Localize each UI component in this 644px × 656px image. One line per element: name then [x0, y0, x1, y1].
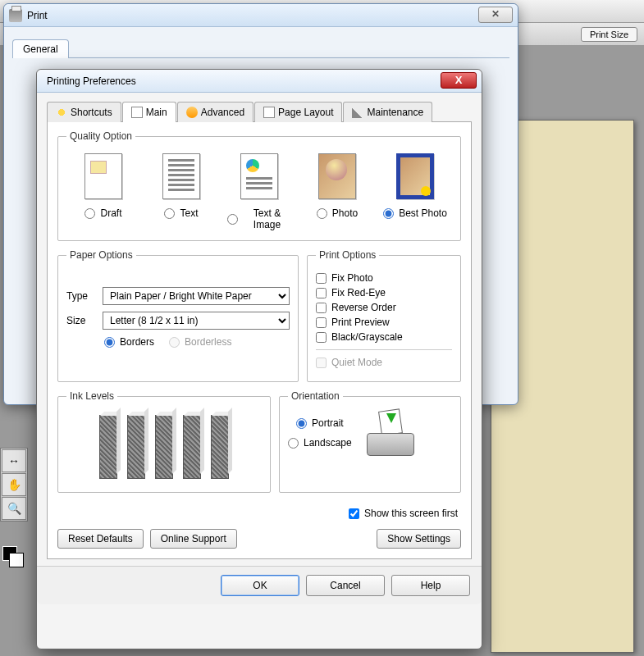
print-preview-checkbox[interactable] [316, 317, 327, 328]
quality-photo[interactable]: Photo [305, 153, 369, 230]
ink-bar [183, 415, 201, 479]
quality-text[interactable]: Text [149, 153, 213, 230]
quality-radio-best-photo[interactable] [383, 208, 394, 219]
photo-thumb-icon [318, 153, 356, 199]
quality-option-group: Quality Option Draft Text Text & Image [57, 130, 461, 241]
reverse-order-label: Reverse Order [331, 302, 396, 313]
print-options-group: Print Options Fix Photo Fix Red-Eye Reve… [307, 249, 461, 382]
quality-label: Draft [100, 207, 121, 219]
quality-draft[interactable]: Draft [71, 153, 135, 230]
tab-label: Maintenance [367, 107, 423, 118]
cancel-button[interactable]: Cancel [306, 575, 385, 596]
layout-icon [263, 107, 275, 118]
print-dialog-titlebar[interactable]: Print ✕ [4, 4, 518, 27]
quality-label: Photo [332, 207, 358, 219]
show-first-label: Show this screen first [364, 508, 458, 519]
online-support-button[interactable]: Online Support [150, 529, 237, 549]
ok-button[interactable]: OK [221, 575, 299, 596]
ink-levels-group: Ink Levels [57, 390, 271, 493]
tab-label: Main [146, 107, 167, 118]
orientation-legend: Orientation [288, 390, 343, 402]
portrait-label: Portrait [312, 417, 344, 429]
paper-size-label: Size [66, 315, 96, 326]
fix-redeye-label: Fix Red-Eye [331, 287, 386, 298]
paper-legend: Paper Options [66, 249, 136, 261]
tab-label: Shortcuts [71, 107, 112, 118]
paper-options-group: Paper Options Type Plain Paper / Bright … [57, 249, 299, 382]
best-photo-thumb-icon [396, 153, 434, 199]
portrait-radio[interactable] [296, 418, 307, 429]
quality-radio-draft[interactable] [84, 208, 95, 219]
orientation-group: Orientation Portrait Landscape [279, 390, 461, 493]
ink-bar [155, 415, 173, 479]
tab-advanced[interactable]: Advanced [177, 102, 253, 122]
quality-text-image[interactable]: Text & Image [227, 153, 291, 230]
text-image-thumb-icon [240, 153, 278, 199]
move-tool-icon[interactable]: ↔ [2, 449, 26, 472]
print-tabstrip: General [12, 39, 509, 58]
reset-defaults-button[interactable]: Reset Defaults [57, 529, 144, 549]
help-button[interactable]: Help [391, 575, 470, 596]
reverse-order-checkbox[interactable] [316, 303, 327, 313]
hand-tool-icon[interactable]: ✋ [2, 473, 26, 496]
borderless-radio [169, 337, 180, 348]
color-swatches[interactable] [2, 546, 25, 576]
paper-size-select[interactable]: Letter (8 1/2 x 11 in) [103, 312, 290, 330]
print-size-button[interactable]: Print Size [581, 27, 637, 42]
tab-shortcuts[interactable]: Shortcuts [47, 102, 121, 122]
star-icon [56, 107, 67, 118]
close-button[interactable]: ✕ [478, 7, 513, 23]
borders-radio[interactable] [104, 337, 115, 348]
quiet-mode-label: Quiet Mode [331, 357, 382, 368]
grayscale-checkbox[interactable] [316, 332, 327, 343]
quality-best-photo[interactable]: Best Photo [383, 153, 447, 230]
show-settings-button[interactable]: Show Settings [377, 529, 461, 549]
grayscale-label: Black/Grayscale [331, 331, 403, 343]
print-options-legend: Print Options [316, 249, 379, 261]
print-dialog-title: Print [27, 10, 48, 21]
text-thumb-icon [162, 153, 200, 199]
divider [316, 349, 452, 350]
quality-radio-photo[interactable] [317, 208, 327, 219]
quiet-mode-checkbox [316, 358, 327, 368]
zoom-tool-icon[interactable]: 🔍 [2, 497, 26, 520]
tab-label: Page Layout [278, 107, 333, 118]
tab-maintenance[interactable]: Maintenance [343, 102, 432, 122]
fix-redeye-checkbox[interactable] [316, 288, 327, 298]
ink-legend: Ink Levels [66, 390, 117, 402]
close-button[interactable]: X [441, 72, 477, 89]
gear-icon [186, 107, 198, 118]
ink-bar [211, 415, 229, 479]
paper-type-label: Type [66, 290, 96, 302]
show-first-checkbox[interactable] [349, 508, 359, 519]
tab-main[interactable]: Main [122, 102, 176, 122]
main-tab-panel: Quality Option Draft Text Text & Image [47, 122, 472, 559]
fix-photo-checkbox[interactable] [316, 273, 327, 284]
quality-legend: Quality Option [66, 130, 135, 142]
print-preview-label: Print Preview [331, 317, 390, 328]
printer-orientation-icon [362, 410, 419, 456]
tool-palette: ↔ ✋ 🔍 [0, 448, 28, 522]
quality-radio-text-image[interactable] [227, 214, 238, 225]
page-icon [131, 107, 143, 118]
quality-label: Text & Image [243, 207, 291, 230]
fix-photo-label: Fix Photo [331, 272, 373, 284]
printer-icon [9, 9, 22, 22]
preferences-dialog: Printing Preferences X Shortcuts Main Ad… [36, 69, 482, 649]
landscape-radio[interactable] [288, 438, 299, 449]
preferences-titlebar[interactable]: Printing Preferences X [37, 70, 482, 93]
quality-label: Text [180, 207, 198, 219]
quality-radio-text[interactable] [164, 208, 175, 219]
wrench-icon [352, 107, 363, 118]
tab-page-layout[interactable]: Page Layout [254, 102, 342, 122]
dialog-button-bar: OK Cancel Help [37, 566, 482, 604]
paper-type-select[interactable]: Plain Paper / Bright White Paper [103, 287, 290, 305]
quality-label: Best Photo [399, 207, 447, 219]
draft-thumb-icon [84, 153, 122, 199]
landscape-label: Landscape [304, 437, 352, 449]
tab-general[interactable]: General [12, 39, 69, 58]
ink-bar [99, 415, 117, 479]
preferences-title: Printing Preferences [47, 75, 136, 87]
preferences-tabstrip: Shortcuts Main Advanced Page Layout Main… [47, 101, 472, 122]
borderless-label: Borderless [185, 336, 231, 348]
